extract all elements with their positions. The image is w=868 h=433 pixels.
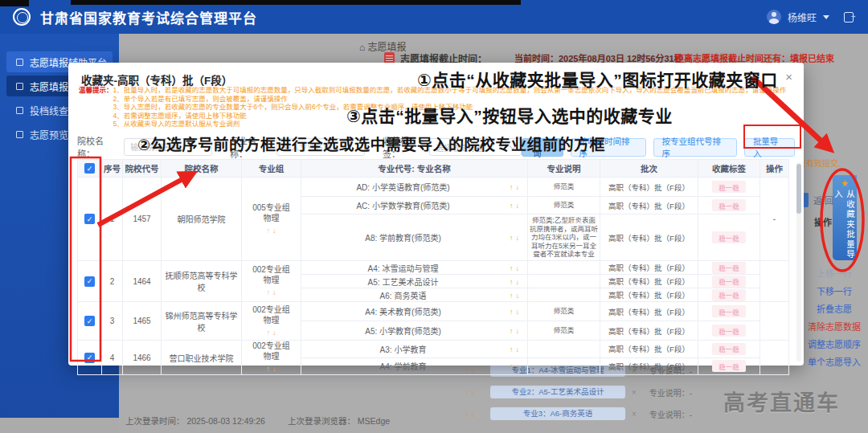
return-button[interactable]: 返 回 [813, 194, 833, 206]
row-checkbox[interactable] [84, 316, 95, 326]
up-arrow-icon[interactable]: ↑ [510, 264, 514, 272]
down-arrow-icon[interactable]: ↓ [515, 362, 519, 370]
down-arrow-icon[interactable]: ↓ [272, 227, 276, 235]
tag-label: 收藏标签： [383, 134, 426, 160]
remove-icon[interactable]: × [632, 410, 637, 419]
major-name: A5: 小学教育(师范类) [303, 325, 503, 337]
major-desc [528, 261, 600, 275]
move-arrows-icon[interactable]: ↑ ↓ [465, 388, 490, 397]
op-cell: - [760, 178, 789, 261]
up-arrow-icon[interactable]: ↑ [267, 329, 271, 337]
major-name-input[interactable] [276, 138, 365, 156]
college-name-label: 院校名称： [77, 134, 121, 160]
down-arrow-icon[interactable]: ↓ [515, 264, 519, 272]
tips-label: 温馨提示： [79, 86, 113, 129]
up-arrow-icon[interactable]: ↑ [267, 227, 271, 235]
up-arrow-icon[interactable]: ↑ [510, 202, 514, 210]
down-arrow-icon[interactable]: ↓ [272, 329, 276, 337]
link-collapse-volunteer[interactable]: 折叠志愿 [802, 300, 866, 318]
watermark: 高考直通车 [723, 386, 840, 417]
remove-icon[interactable]: × [632, 388, 637, 397]
tag-select[interactable]: 选择收藏标签 [429, 138, 522, 156]
select-all-checkbox[interactable] [84, 163, 95, 174]
major-name: A4: 美术教育(师范类) [303, 305, 503, 317]
batch: 高职（专科）批（F段） [600, 341, 698, 358]
app-title: 甘肃省国家教育考试综合管理平台 [40, 7, 257, 27]
major-desc [528, 288, 600, 302]
logout-icon[interactable] [844, 12, 854, 22]
tag-badge: 稳一稳 [712, 325, 746, 337]
up-arrow-icon[interactable]: ↑ [510, 292, 514, 300]
last-login-browser: 上次登录浏览器： MSEdge [288, 416, 390, 426]
down-arrow-icon[interactable]: ↓ [515, 327, 519, 335]
link-move-down-row[interactable]: 下移一行 [802, 283, 866, 300]
college-code: 1464 [123, 261, 162, 302]
major-name: A6: 商务英语 [303, 289, 503, 301]
tip-line: 4、若需调整志愿顺序，请使用上移下移功能 [113, 112, 787, 121]
up-arrow-icon[interactable]: ↑ [510, 362, 514, 370]
up-arrow-icon[interactable]: ↑ [267, 288, 271, 296]
table-header-row: 序号 院校代号 院校名称 专业组 专业代号: 专业名称 专业说明 批次 收藏标签… [78, 160, 789, 178]
major-pill: 专业3：A6-商务英语 [490, 407, 625, 420]
favorites-batch-import-tab[interactable]: ★ 从收藏夹批量导入 [833, 175, 857, 260]
group-cell: 005专业组物理↑ ↓ [242, 178, 301, 261]
batch: 高职（专科）批（F段） [600, 197, 698, 214]
down-arrow-icon[interactable]: ↓ [515, 278, 519, 286]
link-clear-volunteer-data[interactable]: 清除志愿数据 [802, 318, 866, 336]
col-group: 专业组 [242, 160, 301, 178]
close-icon[interactable]: × [785, 70, 792, 84]
row-checkbox[interactable] [84, 353, 95, 363]
college-name-input[interactable] [124, 138, 212, 156]
down-arrow-icon[interactable]: ↓ [515, 345, 519, 353]
query-button[interactable]: 查 询 [522, 138, 563, 157]
major-name: A4: 学前教育 [303, 360, 503, 372]
down-arrow-icon[interactable]: ↓ [272, 288, 276, 296]
up-arrow-icon[interactable]: ↑ [510, 327, 514, 335]
major-pill: 专业2：A5-工艺美术品设计 [490, 386, 625, 398]
group-cell: 002专业组物理↑ ↓ [242, 341, 301, 375]
col-major: 专业代号: 专业名称 [301, 160, 528, 178]
up-arrow-icon[interactable]: ↑ [510, 345, 514, 353]
up-arrow-icon[interactable]: ↑ [267, 365, 271, 373]
major-name-label: 专业名称： [230, 134, 273, 160]
major-name: A4: 冰雪运动与管理 [303, 262, 503, 274]
major-desc: 专业说明：- [649, 408, 692, 420]
col-action: 操作 [760, 160, 789, 178]
row-checkbox[interactable] [84, 276, 95, 287]
user-name[interactable]: 杨维旺 [788, 10, 817, 24]
chevron-down-icon[interactable] [823, 15, 829, 19]
tag-badge: 稳一稳 [712, 199, 746, 211]
down-arrow-icon[interactable]: ↓ [515, 292, 519, 300]
op-cell [760, 341, 789, 375]
down-arrow-icon[interactable]: ↓ [515, 183, 519, 191]
row-no: 4 [102, 341, 123, 375]
down-arrow-icon[interactable]: ↓ [515, 234, 519, 242]
batch-import-button[interactable]: 批量导入 [744, 138, 795, 157]
group-cell: 002专业组物理↑ ↓ [242, 261, 301, 302]
row-checkbox[interactable] [84, 214, 95, 224]
tip-line: 5、从收藏夹导入的志愿默认服从专业调剂 [113, 120, 787, 129]
up-arrow-icon[interactable]: ↑ [510, 308, 514, 316]
down-arrow-icon[interactable]: ↓ [272, 365, 276, 373]
scrollbar-thumb[interactable] [796, 164, 801, 214]
op-cell [760, 261, 789, 302]
row-no: 1 [102, 178, 123, 261]
link-adjust-volunteer-order[interactable]: 调整志愿顺序 [802, 336, 866, 353]
up-arrow-icon[interactable]: ↑ [510, 234, 514, 242]
move-arrows-icon[interactable]: ↑ ↓ [465, 410, 490, 419]
down-arrow-icon[interactable]: ↓ [515, 308, 519, 316]
tag-badge: 稳一稳 [712, 289, 746, 301]
college-name: 锦州师范高等专科学校 [162, 302, 242, 341]
major-desc: 师范类 [528, 302, 600, 321]
major-name: A5: 工艺美术品设计 [303, 276, 503, 288]
up-arrow-icon[interactable]: ↑ [510, 278, 514, 286]
col-college-name: 院校名称 [162, 160, 242, 178]
batch: 高职（专科）批（F段） [600, 275, 698, 288]
sort-by-group-code-button[interactable]: 按专业组代号排序 [653, 138, 737, 157]
major-desc: 师范类 [528, 178, 600, 197]
link-single-volunteer-import[interactable]: 单个志愿导入 [802, 353, 866, 371]
sort-by-favorite-time-button[interactable]: 按收藏时间排序 [571, 138, 646, 157]
up-arrow-icon[interactable]: ↑ [510, 183, 514, 191]
link-move-up-row[interactable]: 上移一行 [802, 265, 866, 283]
down-arrow-icon[interactable]: ↓ [515, 202, 519, 210]
